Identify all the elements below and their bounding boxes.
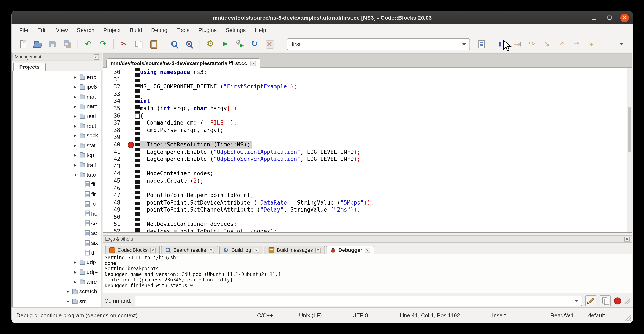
close-button[interactable]: × bbox=[620, 13, 629, 22]
editor[interactable]: 30using namespace ns3;31 32NS_LOG_COMPON… bbox=[103, 68, 632, 233]
chevron-down-icon[interactable]: ▾ bbox=[72, 172, 78, 177]
next-instruction-button[interactable] bbox=[569, 38, 584, 51]
save-all-button[interactable] bbox=[60, 38, 75, 51]
tree-item-mat[interactable]: ▸mat bbox=[13, 92, 101, 102]
tree-item-wire[interactable]: ▸wire bbox=[13, 277, 101, 287]
logs-tab-debugger[interactable]: Debugger× bbox=[326, 246, 374, 254]
code-line[interactable]: 49 pointToPoint.SetChannelAttribute ("De… bbox=[103, 206, 632, 213]
logs-tab-build-log[interactable]: Build log× bbox=[219, 246, 263, 254]
code-line[interactable]: 44 NodeContainer nodes; bbox=[103, 170, 632, 177]
undo-button[interactable] bbox=[81, 38, 96, 51]
tree-item-src[interactable]: ▸src bbox=[13, 296, 101, 306]
toolbar-overflow-button[interactable] bbox=[614, 38, 629, 51]
menu-settings[interactable]: Settings bbox=[221, 25, 250, 35]
tree-item-stat[interactable]: ▸stat bbox=[13, 141, 101, 150]
code-line[interactable]: 50 bbox=[103, 213, 632, 221]
tree-item-fif[interactable]: fif bbox=[13, 179, 101, 189]
panel-resize-grip[interactable] bbox=[624, 297, 630, 304]
line-number[interactable]: 42 bbox=[103, 156, 124, 163]
tree-item-fo[interactable]: fo bbox=[13, 199, 101, 209]
line-number[interactable]: 34 bbox=[103, 98, 124, 105]
menu-build[interactable]: Build bbox=[125, 25, 146, 35]
find-button[interactable] bbox=[167, 38, 182, 51]
menu-help[interactable]: Help bbox=[250, 25, 271, 35]
cut-button[interactable] bbox=[117, 38, 132, 51]
projects-tab[interactable]: Projects bbox=[13, 63, 46, 71]
code-line[interactable]: 42 LogComponentEnable ("UdpEchoServerApp… bbox=[103, 156, 632, 163]
close-icon[interactable]: × bbox=[150, 247, 156, 253]
line-number[interactable]: 33 bbox=[103, 91, 124, 98]
code-line[interactable]: 30using namespace ns3; bbox=[103, 69, 632, 76]
line-number[interactable]: 48 bbox=[103, 199, 124, 206]
tree-item-scratch[interactable]: ▸scratch bbox=[13, 287, 101, 296]
chevron-right-icon[interactable]: ▸ bbox=[72, 114, 78, 119]
code-line[interactable]: 32NS_LOG_COMPONENT_DEFINE ("FirstScriptE… bbox=[103, 83, 632, 90]
logs-close-button[interactable]: × bbox=[624, 236, 630, 242]
tree-item-se[interactable]: se bbox=[13, 218, 101, 228]
step-out-button[interactable] bbox=[554, 38, 569, 51]
code-line[interactable]: 38 cmd.Parse (argc, argv); bbox=[103, 127, 632, 134]
line-number[interactable]: 51 bbox=[103, 221, 124, 228]
script-button[interactable] bbox=[474, 38, 489, 51]
line-number[interactable]: 47 bbox=[103, 192, 124, 199]
rebuild-button[interactable] bbox=[247, 38, 262, 51]
line-number[interactable]: 41 bbox=[103, 148, 124, 156]
line-number[interactable]: 45 bbox=[103, 177, 124, 184]
chevron-right-icon[interactable]: ▸ bbox=[72, 153, 78, 158]
editor-tab-first-cc[interactable]: mnt/dev/tools/source/ns-3-dev/examples/t… bbox=[106, 59, 260, 68]
tree-item-th[interactable]: th bbox=[13, 248, 101, 257]
close-icon[interactable]: × bbox=[365, 247, 370, 253]
tree-item-traff[interactable]: ▸traff bbox=[13, 160, 101, 170]
tree-item-ipv6[interactable]: ▸ipv6 bbox=[13, 82, 101, 92]
code-line[interactable]: 31 bbox=[103, 76, 632, 83]
code-line[interactable]: 36{ bbox=[103, 112, 632, 119]
save-button[interactable] bbox=[45, 38, 60, 51]
chevron-right-icon[interactable]: ▸ bbox=[72, 269, 78, 275]
chevron-right-icon[interactable]: ▸ bbox=[72, 143, 78, 148]
stop-debugger-button[interactable] bbox=[614, 297, 621, 304]
scrollbar-thumb[interactable] bbox=[628, 107, 631, 152]
code-area[interactable]: 30using namespace ns3;31 32NS_LOG_COMPON… bbox=[103, 68, 632, 233]
code-line[interactable]: 43 bbox=[103, 163, 632, 170]
line-number[interactable]: 37 bbox=[103, 119, 124, 127]
copy-button[interactable] bbox=[132, 38, 146, 51]
tree-item-tuto[interactable]: ▾tuto bbox=[13, 170, 101, 179]
replace-button[interactable] bbox=[182, 38, 197, 51]
line-number[interactable]: 30 bbox=[103, 69, 124, 76]
code-line[interactable]: 40 Time::SetResolution (Time::NS); bbox=[103, 141, 632, 148]
tree-item-se[interactable]: se bbox=[13, 228, 101, 238]
step-into-instruction-button[interactable] bbox=[584, 38, 598, 51]
step-into-button[interactable] bbox=[539, 38, 554, 51]
chevron-right-icon[interactable]: ▸ bbox=[65, 299, 70, 304]
code-line[interactable]: 45 nodes.Create (2); bbox=[103, 177, 632, 184]
tree-item-erro[interactable]: ▸erro bbox=[13, 73, 101, 82]
tree-item-six[interactable]: six bbox=[13, 238, 101, 248]
tree-item-udp-[interactable]: ▸udp- bbox=[13, 267, 101, 277]
line-number[interactable]: 39 bbox=[103, 134, 124, 141]
menu-edit[interactable]: Edit bbox=[33, 25, 52, 35]
fold-marker[interactable] bbox=[135, 114, 140, 118]
project-tree[interactable]: ▸erro▸ipv6▸mat▸nam▸real▸rout▸sock▸stat▸t… bbox=[12, 71, 102, 307]
abort-build-button[interactable] bbox=[262, 38, 277, 51]
code-line[interactable]: 41 LogComponentEnable ("UdpEchoClientApp… bbox=[103, 148, 632, 156]
command-input[interactable] bbox=[135, 297, 571, 304]
run-button[interactable] bbox=[218, 38, 232, 51]
line-number[interactable]: 46 bbox=[103, 184, 124, 192]
close-icon[interactable]: × bbox=[208, 247, 214, 253]
menu-file[interactable]: File bbox=[15, 25, 33, 35]
splitter[interactable] bbox=[103, 233, 632, 235]
chevron-right-icon[interactable]: ▸ bbox=[65, 289, 70, 294]
window-resize-grip[interactable] bbox=[625, 315, 631, 321]
menu-plugins[interactable]: Plugins bbox=[194, 25, 221, 35]
menu-view[interactable]: View bbox=[52, 25, 72, 35]
line-number[interactable]: 50 bbox=[103, 213, 124, 221]
menu-debug[interactable]: Debug bbox=[146, 25, 172, 35]
maximize-button[interactable] bbox=[605, 13, 614, 22]
chevron-right-icon[interactable]: ▸ bbox=[72, 123, 78, 129]
code-line[interactable]: 47 PointToPointHelper pointToPoint; bbox=[103, 192, 632, 199]
tree-item-sock[interactable]: ▸sock bbox=[13, 131, 101, 141]
line-number[interactable]: 36 bbox=[103, 112, 124, 119]
line-number[interactable]: 38 bbox=[103, 127, 124, 134]
chevron-right-icon[interactable]: ▸ bbox=[72, 162, 78, 168]
tree-item-real[interactable]: ▸real bbox=[13, 111, 101, 121]
